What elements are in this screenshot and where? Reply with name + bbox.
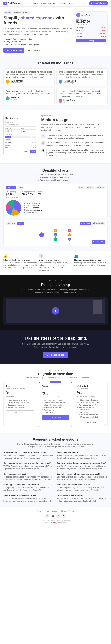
plan-free-period: forever free <box>6 396 34 398</box>
member-dot-2 <box>5 147 7 148</box>
footer-link-contact[interactable]: Contact <box>68 510 74 512</box>
instagram-icon[interactable]: 📷 <box>51 514 55 518</box>
author-0: Sarah Johnson@sarahjohnson <box>6 80 52 84</box>
faq-subtitle: Have a different question and can't find… <box>16 442 95 448</box>
cancel-button[interactable]: Cancel <box>21 150 29 153</box>
svg-text:B: B <box>55 230 56 232</box>
badge-improvement: Instant improvement <box>13 12 30 14</box>
filter-all[interactable]: All time <box>78 186 85 189</box>
debts-tab-expenses[interactable]: Expenses <box>6 222 16 225</box>
nav-features[interactable]: Features <box>30 2 38 4</box>
plan-free-cta[interactable]: Start for free <box>6 410 34 415</box>
nav-faq[interactable]: FAQ <box>53 2 57 4</box>
member-amount-2: $15.00 <box>31 147 36 148</box>
network-svg: A B C D E F G <box>31 227 80 243</box>
debts-simplify-tab[interactable]: Simplified debts <box>92 222 105 225</box>
stress-title: Take the stress out of bill splitting. <box>4 336 107 340</box>
chart-legend: Dining Out$842.50 Groceries$524.20 Trans… <box>24 202 42 213</box>
amount-field: Amount $45.00 <box>5 128 21 133</box>
testimonial-text-1: I'm using this app for 5 years, for trav… <box>59 70 105 78</box>
avg-stat: Average per month $227.27 <box>22 191 35 198</box>
footer-link-privacy[interactable]: Privacy <box>37 510 43 512</box>
modern-design-container: New Expense Description Enter descriptio… <box>4 115 107 158</box>
groups-stat: Groups 22 <box>38 191 43 198</box>
signin-link[interactable]: Sign In <box>82 2 88 4</box>
plan-starter-name: Starter <box>42 385 69 388</box>
facebook-icon[interactable]: f <box>56 514 60 518</box>
plan-free-features: ✓Add expenses, split, add-up ✓Unlimited … <box>6 399 34 408</box>
author-name-3: Lauren Grayer <box>63 99 75 101</box>
play-button[interactable]: ▶ <box>52 307 59 315</box>
footer-link-terms[interactable]: Terms <box>45 510 49 512</box>
testimonial-card-0: This product is really well-designed and… <box>4 68 55 86</box>
desc-input[interactable]: Enter description <box>5 123 36 126</box>
feature-text-2: Friend data powered by payment apps: You… <box>47 149 107 156</box>
plan-unlimited-name: Unlimited <box>77 385 105 388</box>
pf-icon-0: 💰 <box>4 254 37 258</box>
split-tab-equal[interactable]: Equal <box>5 136 11 138</box>
pf-icon-1: 📊 <box>39 254 72 258</box>
faq-item-5: Can I choose which friends see this extr… <box>57 473 107 481</box>
expense-form-preview: New Expense Description Enter descriptio… <box>4 115 38 155</box>
chart-tab-expenses[interactable]: Expenses <box>6 186 16 189</box>
pf-text-2: Smart algorithm minimizes the number of … <box>74 262 107 266</box>
total-stat-value: $0.00 <box>6 193 20 196</box>
nav-pricing[interactable]: Pricing <box>59 2 65 4</box>
testimonial-text-0: This product is really well-designed and… <box>6 70 52 78</box>
pricing-grid: Free Basic, no cost, free forever $0 for… <box>4 382 107 427</box>
nav-logo[interactable]: S SplitExpenses <box>4 2 22 5</box>
legend-dot-3 <box>24 210 25 211</box>
chart-tab-debts[interactable]: Debts <box>17 186 25 189</box>
plan-unlimited-price: $9/mo <box>77 391 105 396</box>
split-tab-shares[interactable]: Shares <box>25 136 31 138</box>
debts-toolbar: Expenses Debts Group details Simplified … <box>6 222 105 225</box>
stress-cta-button[interactable]: Get started for free <box>43 352 68 358</box>
filter-year[interactable]: This year <box>86 186 94 189</box>
feature-text-0: Variety of split types: Uneven, by list,… <box>47 134 107 139</box>
testimonial-card-3: I just started to use this fantastic app… <box>56 88 107 105</box>
youtube-icon[interactable]: ▶ <box>62 514 66 518</box>
plan-unlimited-tagline: For power users <box>77 388 105 390</box>
author-name-1: Thomas Singer <box>63 80 76 82</box>
chart-feature-1: ✓Visualize totals and track progress <box>4 176 107 178</box>
member-row-2: Carol $15.00 <box>5 146 36 149</box>
chart-toolbar: Expenses Debts All time This year This m… <box>6 186 105 189</box>
debts-tab-debts[interactable]: Debts <box>17 222 25 225</box>
split-tab-settle[interactable]: Settle <box>5 138 11 141</box>
amount-input[interactable]: $45.00 <box>5 130 21 133</box>
modern-left: New Expense Description Enter descriptio… <box>4 115 38 157</box>
hero-title: Simplify shared expenses with friends <box>4 16 72 26</box>
plan-unlimited-cta[interactable]: Start free trial <box>77 420 105 425</box>
author-avatar-3 <box>59 99 62 103</box>
hero-cta-button[interactable]: Get started for free <box>4 48 24 53</box>
receipt-video-placeholder[interactable]: ▶ <box>6 299 105 323</box>
nav-groups[interactable]: Groups <box>68 2 74 4</box>
save-button[interactable]: Save <box>30 150 36 153</box>
modern-title: Modern design <box>41 118 107 122</box>
feature-icon-0: ⚡ <box>41 134 45 138</box>
settle-up-button[interactable]: Settle Up <box>76 39 106 42</box>
hero-learn-more-button[interactable]: Learn More → <box>26 48 43 53</box>
hero-badges: Beta test Instant improvement <box>4 12 72 14</box>
footer-made-by: Made with ❤️ by Studio Labs <box>4 522 107 524</box>
footer-links: Privacy Terms Support GitHub Contact <box>4 510 107 512</box>
logo-text: SplitExpenses <box>8 2 22 4</box>
footer-link-support[interactable]: Support <box>52 510 58 512</box>
nav-testimonials[interactable]: Testimonials <box>40 2 51 4</box>
nav-cta-button[interactable]: Get started for free <box>89 2 107 5</box>
plan-free: Free Basic, no cost, free forever $0 for… <box>4 382 37 427</box>
footer-link-github[interactable]: GitHub <box>61 510 66 512</box>
testimonial-card-1: I'm using this app for 5 years, for trav… <box>56 68 107 86</box>
plan-starter-cta[interactable]: Start free trial <box>42 415 69 420</box>
member-name-1: Bob <box>8 144 31 146</box>
faq-item-3: Can I work with different currencies at … <box>57 462 107 470</box>
debts-detail-tab[interactable]: Group details <box>80 222 91 225</box>
split-tab-unequal[interactable]: Unequal <box>11 136 18 138</box>
twitter-icon[interactable]: 𝕏 <box>45 514 49 518</box>
date-input[interactable]: Today <box>21 130 36 133</box>
split-tab-item[interactable]: Item <box>32 136 36 138</box>
download-csv-button[interactable]: Download CSV <box>92 240 105 244</box>
filter-month[interactable]: This month <box>95 186 105 189</box>
split-tab-percent[interactable]: Percent <box>18 136 25 138</box>
hero-features-list: ✓Over 100 currencies supported ✓Easy bil… <box>4 38 72 46</box>
